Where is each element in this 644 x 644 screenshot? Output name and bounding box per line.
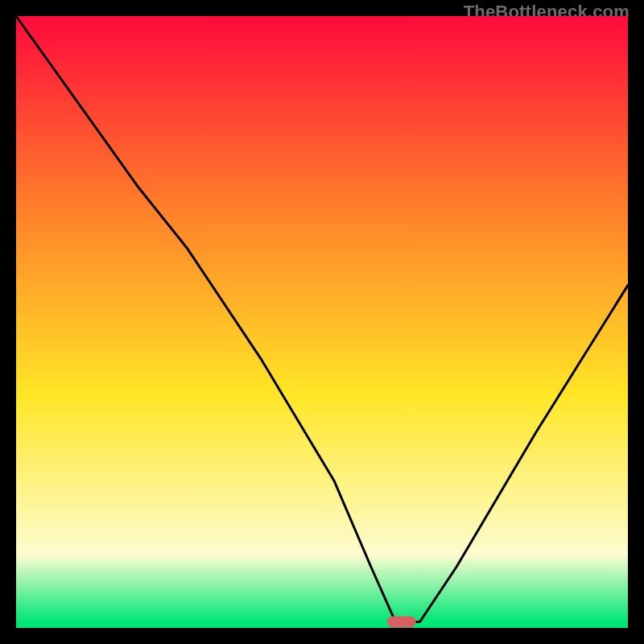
plot-svg (16, 16, 628, 628)
plot-area (16, 16, 628, 628)
gradient-background (16, 16, 628, 628)
optimal-marker (387, 616, 416, 627)
bottleneck-chart: TheBottleneck.com (0, 0, 644, 644)
